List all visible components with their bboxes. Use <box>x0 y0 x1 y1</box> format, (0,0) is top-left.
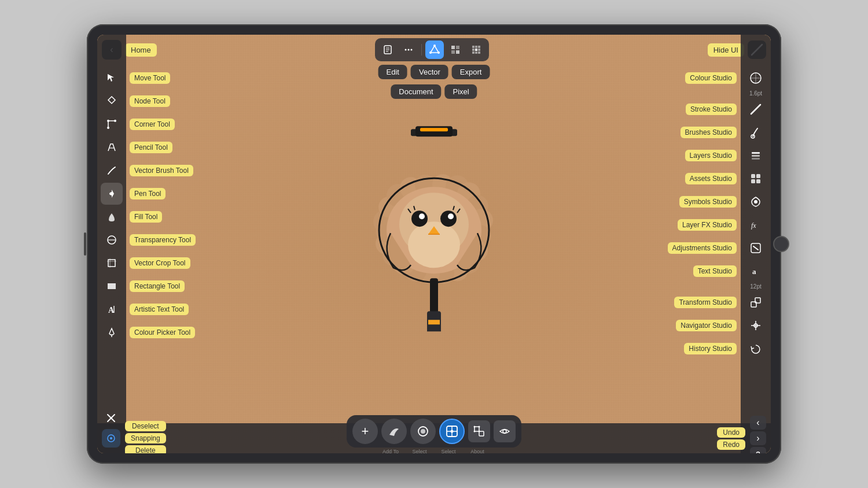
volume-button <box>84 232 86 256</box>
svg-text:fx: fx <box>751 221 756 230</box>
svg-point-125 <box>503 430 506 433</box>
fill-tool-tooltip: Fill Tool <box>130 211 162 223</box>
assets-studio-tooltip: Assets Studio <box>685 173 737 184</box>
home-button[interactable] <box>773 236 789 252</box>
corner-tool-btn[interactable]: Corner Tool <box>101 113 123 135</box>
sub-menu-row1: Edit Vector Export <box>378 65 490 79</box>
trash-btn[interactable] <box>102 449 120 453</box>
transparency-tool-btn[interactable]: Transparency Tool <box>101 229 123 251</box>
assets-studio-icon-btn[interactable]: Assets Studio <box>745 168 767 190</box>
text-studio-tooltip: Text Studio <box>693 265 737 277</box>
export-menu-item[interactable]: Export <box>452 65 490 79</box>
visibility-toggle-btn[interactable] <box>494 420 516 442</box>
svg-point-72 <box>114 120 116 122</box>
svg-marker-68 <box>108 74 114 82</box>
ipad-screen: ‹ Home <box>97 35 771 453</box>
snapping-mode-btn[interactable] <box>102 429 120 448</box>
svg-rect-65 <box>475 51 477 54</box>
artistic-text-tool-btn[interactable]: A Artistic Text Tool <box>101 298 123 320</box>
help-btn[interactable]: ? <box>750 447 766 453</box>
colour-picker-tool-tooltip: Colour Picker Tool <box>130 327 195 338</box>
move-tool-btn[interactable]: Move Tool <box>101 67 123 89</box>
layers-studio-icon-btn[interactable]: Layers Studio <box>745 145 767 167</box>
top-toolbar: ‹ Home <box>97 35 771 65</box>
export-mode-btn[interactable] <box>467 40 486 59</box>
select-under-btn[interactable] <box>381 419 407 444</box>
snapping-btn[interactable]: Snapping <box>125 433 166 443</box>
deselect-btn[interactable]: Deselect <box>125 421 166 431</box>
svg-point-118 <box>451 430 454 433</box>
svg-marker-69 <box>108 97 115 103</box>
layers-studio-tooltip: Layers Studio <box>685 150 737 161</box>
hide-ui-button[interactable]: Hide UI <box>708 43 744 57</box>
home-button-tag[interactable]: Home <box>125 43 157 57</box>
transparency-tool-tooltip: Transparency Tool <box>130 234 196 246</box>
symbols-studio-tooltip: Symbols Studio <box>679 196 737 208</box>
about-centre-btn[interactable] <box>439 419 465 444</box>
pixel-mode-btn[interactable] <box>446 40 465 59</box>
brushes-studio-tooltip: Brushes Studio <box>681 127 737 138</box>
transform-mode-btn[interactable] <box>468 420 490 442</box>
toolbar-separator <box>421 44 422 56</box>
rectangle-tool-tooltip: Rectangle Tool <box>130 280 185 292</box>
redo-btn[interactable]: Redo <box>717 439 745 450</box>
svg-point-30 <box>419 213 425 219</box>
undo-redo-tags: Undo Redo <box>717 427 745 450</box>
svg-rect-66 <box>478 51 480 54</box>
pen-tool-btn[interactable]: Pen Tool <box>101 183 123 205</box>
select-under-label: Select Under <box>407 449 432 453</box>
svg-point-31 <box>448 213 454 219</box>
vector-crop-tool-btn[interactable]: Vector Crop Tool <box>101 252 123 274</box>
center-toolbar-labels: Add To Selection Select Under Select Ins… <box>372 448 496 453</box>
layer-fx-studio-icon-btn[interactable]: fx Layer FX Studio <box>745 214 767 236</box>
prev-btn[interactable]: ‹ <box>750 416 766 430</box>
svg-rect-63 <box>478 49 480 51</box>
svg-rect-119 <box>475 427 479 431</box>
selection-toolbar: + <box>347 415 521 448</box>
adjustments-studio-icon-btn[interactable]: Adjustments Studio <box>745 237 767 259</box>
next-btn[interactable]: › <box>750 431 766 445</box>
svg-rect-55 <box>456 46 459 49</box>
svg-point-123 <box>474 431 476 432</box>
select-inside-btn[interactable] <box>410 419 436 444</box>
vector-mode-btn[interactable] <box>425 40 444 59</box>
text-studio-icon-btn[interactable]: a Text Studio <box>745 260 767 282</box>
more-btn[interactable] <box>399 40 418 59</box>
pixel-menu-item[interactable]: Pixel <box>445 84 477 99</box>
svg-rect-91 <box>756 174 760 178</box>
node-tool-tooltip: Node Tool <box>130 95 170 107</box>
add-to-selection-label: Add To Selection <box>378 449 403 453</box>
symbols-studio-icon-btn[interactable]: Symbols Studio <box>745 191 767 213</box>
vector-brush-tool-btn[interactable]: Vector Brush Tool <box>101 160 123 182</box>
undo-btn[interactable]: Undo <box>717 427 745 438</box>
svg-point-52 <box>437 51 440 54</box>
delete-btn[interactable]: Delete <box>125 445 166 453</box>
svg-point-51 <box>433 45 436 47</box>
pencil-tool-btn[interactable]: Pencil Tool <box>101 136 123 158</box>
colour-studio-icon-btn[interactable]: Colour Studio <box>745 67 767 89</box>
transform-studio-icon-btn[interactable]: Transform Studio <box>745 291 767 313</box>
node-tool-btn[interactable]: Node Tool <box>101 90 123 112</box>
sub-menu-row2: Document Pixel <box>391 84 477 99</box>
svg-point-94 <box>754 200 757 204</box>
svg-rect-39 <box>430 278 438 313</box>
bottom-left-tags: Deselect Snapping Delete <box>125 421 166 453</box>
vector-menu-item[interactable]: Vector <box>411 65 448 79</box>
stroke-studio-tooltip: Stroke Studio <box>686 103 737 115</box>
svg-rect-56 <box>451 50 455 54</box>
edit-menu-item[interactable]: Edit <box>378 65 407 79</box>
document-menu-item[interactable]: Document <box>391 84 441 99</box>
rectangle-tool-btn[interactable]: Rectangle Tool <box>101 275 123 297</box>
stroke-studio-icon-btn[interactable]: Stroke Studio <box>745 98 767 120</box>
right-nav-buttons: ‹ › ? <box>750 416 766 453</box>
svg-text:a: a <box>752 267 756 276</box>
close-selection-btn[interactable] <box>102 409 120 427</box>
add-to-selection-btn[interactable]: + <box>352 419 378 444</box>
layer-fx-studio-tooltip: Layer FX Studio <box>678 219 737 231</box>
navigator-studio-icon-btn[interactable]: Navigator Studio <box>745 315 767 337</box>
history-studio-icon-btn[interactable]: History Studio <box>745 338 767 360</box>
fill-tool-btn[interactable]: Fill Tool <box>101 206 123 228</box>
colour-picker-tool-btn[interactable]: Colour Picker Tool <box>101 321 123 343</box>
document-icon-btn[interactable] <box>378 40 397 59</box>
brushes-studio-icon-btn[interactable]: Brushes Studio <box>745 121 767 143</box>
